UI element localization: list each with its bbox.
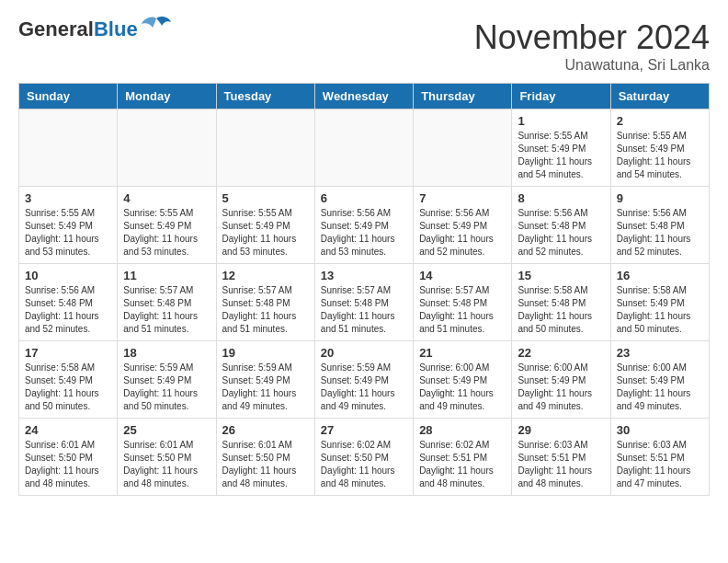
calendar-cell: 6Sunrise: 5:56 AM Sunset: 5:49 PM Daylig… (314, 187, 413, 264)
calendar-cell: 5Sunrise: 5:55 AM Sunset: 5:49 PM Daylig… (216, 187, 314, 264)
day-info: Sunrise: 5:58 AM Sunset: 5:48 PM Dayligh… (518, 284, 604, 336)
day-info: Sunrise: 5:55 AM Sunset: 5:49 PM Dayligh… (25, 207, 111, 259)
calendar-cell: 13Sunrise: 5:57 AM Sunset: 5:48 PM Dayli… (314, 264, 413, 341)
day-number: 24 (25, 423, 111, 437)
day-info: Sunrise: 5:57 AM Sunset: 5:48 PM Dayligh… (123, 284, 210, 336)
day-number: 15 (518, 269, 604, 282)
calendar-cell: 16Sunrise: 5:58 AM Sunset: 5:49 PM Dayli… (610, 264, 709, 341)
calendar-header-row: Sunday Monday Tuesday Wednesday Thursday… (19, 84, 710, 109)
day-info: Sunrise: 5:59 AM Sunset: 5:49 PM Dayligh… (123, 362, 210, 413)
day-number: 21 (419, 346, 506, 360)
calendar-cell: 27Sunrise: 6:02 AM Sunset: 5:50 PM Dayli… (314, 419, 413, 496)
day-number: 8 (518, 191, 604, 205)
calendar-cell: 23Sunrise: 6:00 AM Sunset: 5:49 PM Dayli… (610, 341, 709, 419)
calendar-cell: 28Sunrise: 6:02 AM Sunset: 5:51 PM Dayli… (414, 419, 512, 496)
calendar-cell (216, 109, 314, 187)
calendar-cell: 1Sunrise: 5:55 AM Sunset: 5:49 PM Daylig… (512, 109, 610, 187)
col-monday: Monday (118, 84, 216, 109)
calendar-cell: 22Sunrise: 6:00 AM Sunset: 5:49 PM Dayli… (512, 341, 610, 419)
day-info: Sunrise: 5:55 AM Sunset: 5:49 PM Dayligh… (617, 130, 703, 181)
calendar-cell: 9Sunrise: 5:56 AM Sunset: 5:48 PM Daylig… (610, 187, 709, 264)
calendar-table: Sunday Monday Tuesday Wednesday Thursday… (18, 83, 710, 496)
title-block: November 2024 Unawatuna, Sri Lanka (474, 18, 710, 74)
col-thursday: Thursday (414, 84, 512, 109)
day-info: Sunrise: 6:01 AM Sunset: 5:50 PM Dayligh… (123, 439, 210, 490)
day-info: Sunrise: 6:01 AM Sunset: 5:50 PM Dayligh… (25, 439, 111, 490)
calendar-cell (414, 109, 512, 187)
col-saturday: Saturday (610, 84, 709, 109)
calendar-cell: 25Sunrise: 6:01 AM Sunset: 5:50 PM Dayli… (118, 419, 216, 496)
col-sunday: Sunday (19, 84, 118, 109)
day-info: Sunrise: 6:00 AM Sunset: 5:49 PM Dayligh… (419, 362, 506, 413)
day-info: Sunrise: 5:57 AM Sunset: 5:48 PM Dayligh… (419, 284, 506, 336)
calendar-week-4: 24Sunrise: 6:01 AM Sunset: 5:50 PM Dayli… (19, 419, 710, 496)
day-number: 11 (123, 269, 210, 282)
day-info: Sunrise: 5:59 AM Sunset: 5:49 PM Dayligh… (222, 362, 309, 413)
day-number: 20 (321, 346, 407, 360)
day-info: Sunrise: 5:56 AM Sunset: 5:48 PM Dayligh… (617, 207, 703, 259)
day-info: Sunrise: 5:58 AM Sunset: 5:49 PM Dayligh… (25, 362, 111, 413)
calendar-cell: 18Sunrise: 5:59 AM Sunset: 5:49 PM Dayli… (118, 341, 216, 419)
calendar-cell: 21Sunrise: 6:00 AM Sunset: 5:49 PM Dayli… (414, 341, 512, 419)
day-number: 17 (25, 346, 111, 360)
calendar-cell (19, 109, 118, 187)
col-wednesday: Wednesday (314, 84, 413, 109)
calendar-cell: 11Sunrise: 5:57 AM Sunset: 5:48 PM Dayli… (118, 264, 216, 341)
calendar-cell: 20Sunrise: 5:59 AM Sunset: 5:49 PM Dayli… (314, 341, 413, 419)
day-info: Sunrise: 5:56 AM Sunset: 5:48 PM Dayligh… (518, 207, 604, 259)
location: Unawatuna, Sri Lanka (474, 57, 710, 74)
calendar-cell: 15Sunrise: 5:58 AM Sunset: 5:48 PM Dayli… (512, 264, 610, 341)
day-number: 30 (617, 423, 703, 437)
day-info: Sunrise: 5:56 AM Sunset: 5:49 PM Dayligh… (321, 207, 407, 259)
calendar-cell: 12Sunrise: 5:57 AM Sunset: 5:48 PM Dayli… (216, 264, 314, 341)
day-number: 28 (419, 423, 506, 437)
calendar-cell: 14Sunrise: 5:57 AM Sunset: 5:48 PM Dayli… (414, 264, 512, 341)
calendar-week-1: 3Sunrise: 5:55 AM Sunset: 5:49 PM Daylig… (19, 187, 710, 264)
logo-text: GeneralBlue (18, 18, 138, 40)
calendar-cell: 26Sunrise: 6:01 AM Sunset: 5:50 PM Dayli… (216, 419, 314, 496)
calendar-cell (314, 109, 413, 187)
day-number: 2 (617, 114, 703, 128)
day-number: 12 (222, 269, 309, 282)
day-number: 7 (419, 191, 506, 205)
day-info: Sunrise: 6:02 AM Sunset: 5:51 PM Dayligh… (419, 439, 506, 490)
day-info: Sunrise: 5:55 AM Sunset: 5:49 PM Dayligh… (518, 130, 604, 181)
day-info: Sunrise: 6:01 AM Sunset: 5:50 PM Dayligh… (222, 439, 309, 490)
day-number: 16 (617, 269, 703, 282)
day-number: 1 (518, 114, 604, 128)
col-tuesday: Tuesday (216, 84, 314, 109)
calendar-cell: 4Sunrise: 5:55 AM Sunset: 5:49 PM Daylig… (118, 187, 216, 264)
day-info: Sunrise: 5:58 AM Sunset: 5:49 PM Dayligh… (617, 284, 703, 336)
day-number: 9 (617, 191, 703, 205)
calendar-cell: 3Sunrise: 5:55 AM Sunset: 5:49 PM Daylig… (19, 187, 118, 264)
day-info: Sunrise: 6:03 AM Sunset: 5:51 PM Dayligh… (617, 439, 703, 490)
day-number: 5 (222, 191, 309, 205)
calendar-cell: 8Sunrise: 5:56 AM Sunset: 5:48 PM Daylig… (512, 187, 610, 264)
day-info: Sunrise: 6:00 AM Sunset: 5:49 PM Dayligh… (617, 362, 703, 413)
day-info: Sunrise: 5:57 AM Sunset: 5:48 PM Dayligh… (222, 284, 309, 336)
day-number: 3 (25, 191, 111, 205)
calendar-cell: 24Sunrise: 6:01 AM Sunset: 5:50 PM Dayli… (19, 419, 118, 496)
calendar-cell: 30Sunrise: 6:03 AM Sunset: 5:51 PM Dayli… (610, 419, 709, 496)
day-number: 10 (25, 269, 111, 282)
day-info: Sunrise: 5:57 AM Sunset: 5:48 PM Dayligh… (321, 284, 407, 336)
day-info: Sunrise: 5:56 AM Sunset: 5:48 PM Dayligh… (25, 284, 111, 336)
calendar-cell: 2Sunrise: 5:55 AM Sunset: 5:49 PM Daylig… (610, 109, 709, 187)
day-number: 19 (222, 346, 309, 360)
day-info: Sunrise: 5:55 AM Sunset: 5:49 PM Dayligh… (222, 207, 309, 259)
header: GeneralBlue November 2024 Unawatuna, Sri… (18, 18, 710, 74)
day-number: 22 (518, 346, 604, 360)
page: GeneralBlue November 2024 Unawatuna, Sri… (0, 0, 728, 505)
day-number: 14 (419, 269, 506, 282)
day-number: 29 (518, 423, 604, 437)
day-number: 4 (123, 191, 210, 205)
day-info: Sunrise: 5:59 AM Sunset: 5:49 PM Dayligh… (321, 362, 407, 413)
calendar-cell: 7Sunrise: 5:56 AM Sunset: 5:49 PM Daylig… (414, 187, 512, 264)
day-info: Sunrise: 5:55 AM Sunset: 5:49 PM Dayligh… (123, 207, 210, 259)
day-number: 25 (123, 423, 210, 437)
calendar-cell: 29Sunrise: 6:03 AM Sunset: 5:51 PM Dayli… (512, 419, 610, 496)
calendar-cell: 10Sunrise: 5:56 AM Sunset: 5:48 PM Dayli… (19, 264, 118, 341)
day-number: 26 (222, 423, 309, 437)
day-info: Sunrise: 6:03 AM Sunset: 5:51 PM Dayligh… (518, 439, 604, 490)
day-info: Sunrise: 6:00 AM Sunset: 5:49 PM Dayligh… (518, 362, 604, 413)
